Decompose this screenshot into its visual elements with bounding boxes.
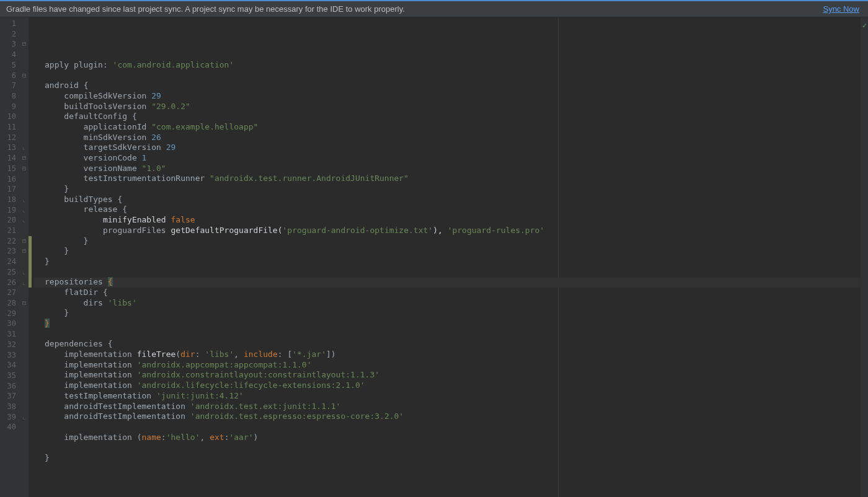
token: { bbox=[132, 112, 137, 121]
token: testInstrumentationRunner bbox=[45, 174, 210, 183]
token: dir bbox=[180, 350, 195, 359]
token: , bbox=[200, 433, 210, 442]
line-number: 40 bbox=[0, 422, 20, 433]
line-number: 21 bbox=[0, 226, 20, 236]
token: buildTypes bbox=[45, 195, 117, 204]
fold-open-icon[interactable]: ⊟ bbox=[21, 73, 27, 79]
code-line[interactable]: } bbox=[33, 257, 861, 267]
line-number: 38 bbox=[0, 402, 20, 412]
token: release bbox=[45, 205, 122, 214]
code-line[interactable]: testInstrumentationRunner "androidx.test… bbox=[33, 174, 861, 184]
code-line[interactable]: targetSdkVersion 29 bbox=[33, 143, 861, 153]
line-number: 14 bbox=[0, 153, 20, 164]
code-line[interactable]: compileSdkVersion 29 bbox=[33, 91, 861, 102]
code-line[interactable] bbox=[33, 267, 861, 278]
fold-open-icon[interactable]: ⊟ bbox=[21, 248, 27, 254]
token: androidTestImplementation bbox=[45, 402, 190, 411]
token: targetSdkVersion bbox=[45, 143, 166, 152]
token: ext bbox=[210, 433, 224, 442]
fold-close-icon[interactable]: ⌞ bbox=[21, 196, 27, 203]
token: "androidx.test.runner.AndroidJUnitRunner… bbox=[210, 174, 409, 183]
code-line[interactable]: minifyEnabled false bbox=[33, 215, 861, 226]
fold-open-icon[interactable]: ⊟ bbox=[21, 165, 27, 172]
fold-gutter[interactable]: ⊟⊟⌞⊟⊟⌞⌞⌞⊟⊟⌞⌞⊟⌞ bbox=[20, 17, 29, 497]
token: { bbox=[103, 288, 108, 297]
code-editor[interactable]: 1234567891011121314151617181920212223242… bbox=[0, 17, 868, 497]
fold-open-icon[interactable]: ⊟ bbox=[21, 300, 27, 306]
line-number: 31 bbox=[0, 329, 20, 340]
fold-open-icon[interactable]: ⊟ bbox=[21, 155, 27, 161]
code-line[interactable]: dirs 'libs' bbox=[33, 298, 861, 309]
code-line[interactable]: implementation (name:'hello', ext:'aar') bbox=[33, 433, 861, 443]
token: ( bbox=[137, 433, 142, 442]
code-line[interactable]: android { bbox=[33, 81, 861, 91]
code-line[interactable]: } bbox=[33, 319, 861, 329]
code-line[interactable]: } bbox=[33, 246, 861, 257]
code-line[interactable] bbox=[33, 329, 861, 340]
line-number: 29 bbox=[0, 309, 20, 319]
line-number: 23 bbox=[0, 246, 20, 257]
fold-open-icon[interactable]: ⊟ bbox=[21, 41, 27, 47]
token: } bbox=[45, 236, 88, 245]
code-line[interactable]: release { bbox=[33, 205, 861, 215]
fold-close-icon[interactable]: ⌞ bbox=[21, 207, 27, 213]
token: defaultConfig bbox=[45, 112, 132, 121]
token: testImplementation bbox=[45, 391, 156, 400]
code-area[interactable]: apply plugin: 'com.android.application'a… bbox=[33, 17, 861, 497]
token: } bbox=[45, 453, 50, 462]
code-line[interactable]: } bbox=[33, 308, 861, 319]
code-line[interactable]: implementation fileTree(dir: 'libs', inc… bbox=[33, 350, 861, 360]
fold-open-icon[interactable]: ⊟ bbox=[21, 238, 27, 244]
token: 'proguard-rules.pro' bbox=[448, 226, 545, 235]
fold-close-icon[interactable]: ⌞ bbox=[21, 414, 27, 420]
code-line[interactable]: apply plugin: 'com.android.application' bbox=[33, 60, 861, 71]
line-number: 15 bbox=[0, 164, 20, 174]
line-number: 5 bbox=[0, 60, 20, 71]
token: '*.jar' bbox=[292, 350, 326, 359]
token: ) bbox=[254, 433, 259, 442]
code-line[interactable]: versionName "1.0" bbox=[33, 164, 861, 174]
token: buildToolsVersion bbox=[45, 102, 151, 111]
code-line[interactable]: } bbox=[33, 184, 861, 195]
code-line[interactable]: implementation 'androidx.lifecycle:lifec… bbox=[33, 380, 861, 391]
fold-close-icon[interactable]: ⌞ bbox=[21, 144, 27, 151]
code-line[interactable]: minSdkVersion 26 bbox=[33, 133, 861, 143]
code-line[interactable]: buildToolsVersion "29.0.2" bbox=[33, 102, 861, 112]
code-line[interactable]: proguardFiles getDefaultProguardFile('pr… bbox=[33, 226, 861, 236]
fold-close-icon[interactable]: ⌞ bbox=[21, 269, 27, 275]
code-line[interactable]: applicationId "com.example.helloapp" bbox=[33, 122, 861, 133]
code-line[interactable]: implementation 'androidx.appcompat:appco… bbox=[33, 360, 861, 371]
token: 'com.android.application' bbox=[113, 60, 234, 69]
code-line[interactable] bbox=[33, 464, 861, 474]
line-number: 11 bbox=[0, 122, 20, 133]
sync-now-link[interactable]: Sync Now bbox=[823, 4, 859, 14]
token: ( bbox=[175, 350, 180, 359]
code-line[interactable]: dependencies { bbox=[33, 339, 861, 350]
code-line[interactable]: defaultConfig { bbox=[33, 112, 861, 122]
token: fileTree bbox=[137, 350, 176, 359]
code-line[interactable]: testImplementation 'junit:junit:4.12' bbox=[33, 391, 861, 402]
token: repositories bbox=[45, 277, 108, 286]
token: versionCode bbox=[45, 153, 142, 162]
fold-close-icon[interactable]: ⌞ bbox=[21, 217, 27, 223]
code-line[interactable] bbox=[33, 71, 861, 81]
code-line[interactable] bbox=[33, 442, 861, 453]
line-number: 17 bbox=[0, 184, 20, 195]
fold-close-icon[interactable]: ⌞ bbox=[21, 279, 27, 286]
code-line[interactable] bbox=[33, 422, 861, 433]
token: 29 bbox=[151, 91, 161, 100]
code-line[interactable]: } bbox=[33, 236, 861, 247]
code-line[interactable]: androidTestImplementation 'androidx.test… bbox=[33, 411, 861, 422]
token: 'androidx.test.ext:junit:1.1.1' bbox=[190, 402, 341, 411]
code-line[interactable]: repositories { bbox=[33, 277, 861, 288]
code-line[interactable]: buildTypes { bbox=[33, 195, 861, 205]
code-line[interactable]: flatDir { bbox=[33, 288, 861, 298]
code-line[interactable]: implementation 'androidx.constraintlayou… bbox=[33, 370, 861, 380]
token: implementation bbox=[45, 370, 137, 379]
token: { bbox=[122, 205, 127, 214]
line-number: 7 bbox=[0, 81, 20, 91]
code-line[interactable]: androidTestImplementation 'androidx.test… bbox=[33, 402, 861, 412]
code-line[interactable]: } bbox=[33, 453, 861, 464]
error-stripe[interactable]: ✓ bbox=[861, 17, 868, 497]
code-line[interactable]: versionCode 1 bbox=[33, 153, 861, 164]
